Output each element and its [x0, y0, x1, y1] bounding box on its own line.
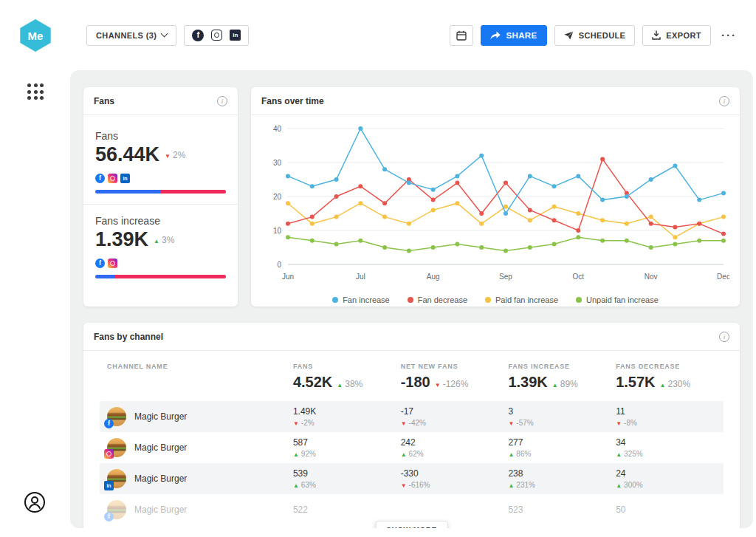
- metric-cell: 50: [616, 504, 724, 515]
- table-card-header: Fans by channel i: [83, 323, 740, 351]
- legend-item: Fan decrease: [408, 295, 467, 304]
- apps-menu-icon[interactable]: [27, 83, 44, 100]
- channels-dropdown[interactable]: CHANNELS (3): [86, 25, 176, 46]
- table-row[interactable]: in Magic Burger539▲63%-330▼-616%238▲231%…: [100, 463, 724, 494]
- svg-text:Oct: Oct: [573, 273, 585, 281]
- column-header: NET NEW FANS -180 ▼ -126%: [401, 363, 509, 391]
- facebook-icon: f: [95, 174, 105, 183]
- network-distribution-bar: [95, 190, 226, 194]
- chart-legend: Fan increaseFan decreasePaid fan increas…: [261, 293, 729, 312]
- bar-segment-blue: [95, 190, 161, 194]
- calendar-icon: [456, 30, 467, 41]
- network-badge: [104, 446, 114, 459]
- legend-dot: [408, 297, 413, 303]
- svg-text:Nov: Nov: [645, 273, 658, 281]
- bar-segment-pink: [161, 190, 227, 194]
- fans-card: Fans i Fans 56.44K ▼ 2% fin: [83, 87, 238, 307]
- svg-text:Dec: Dec: [717, 273, 729, 281]
- metric-cell: 539▲63%: [293, 468, 401, 489]
- legend-item: Paid fan increase: [485, 295, 558, 304]
- channel-icons-group[interactable]: f in: [184, 25, 249, 46]
- table-card-title: Fans by channel: [94, 332, 163, 342]
- trend-arrow-icon: ▲: [154, 238, 159, 244]
- export-button[interactable]: EXPORT: [642, 25, 711, 46]
- info-icon[interactable]: i: [217, 96, 227, 106]
- table-row[interactable]: f Magic Burger1.49K▼-2%-17▼-42%3▼-57%11▼…: [100, 401, 724, 432]
- linkedin-icon: in: [120, 174, 130, 183]
- info-icon[interactable]: i: [719, 332, 729, 342]
- channel-name: Magic Burger: [134, 442, 187, 453]
- column-header-channel-name: CHANNEL NAME: [100, 363, 293, 370]
- share-button[interactable]: SHARE: [481, 25, 546, 46]
- metric-cell: 34▲325%: [616, 437, 724, 458]
- app-logo-text: Me: [28, 30, 44, 42]
- facebook-icon: f: [104, 512, 114, 521]
- schedule-button[interactable]: SCHEDULE: [554, 25, 636, 46]
- facebook-icon: f: [95, 259, 105, 268]
- bar-segment-blue: [95, 275, 115, 278]
- metric-cell: 11▼-8%: [616, 406, 724, 427]
- metric-label: Fans: [95, 130, 226, 142]
- chart-card-header: Fans over time i: [251, 87, 740, 115]
- fans-card-header: Fans i: [83, 87, 238, 115]
- metric-value: 1.39K ▲ 3%: [95, 228, 226, 251]
- legend-dot: [576, 297, 582, 303]
- metric-delta: ▲ 3%: [154, 235, 174, 245]
- table-body: f Magic Burger1.49K▼-2%-17▼-42%3▼-57%11▼…: [100, 401, 724, 525]
- metric-value: 56.44K ▼ 2%: [95, 143, 226, 166]
- metric-cell: 3▼-57%: [508, 406, 616, 427]
- trend-arrow-icon: ▼: [165, 153, 171, 160]
- metric-cell: 238▲231%: [508, 468, 616, 489]
- share-button-label: SHARE: [506, 31, 537, 40]
- svg-text:Aug: Aug: [427, 273, 440, 281]
- more-button[interactable]: ···: [718, 25, 740, 46]
- metric-cell: 587▲92%: [293, 437, 401, 458]
- linkedin-icon: in: [104, 481, 114, 490]
- fans-increase-metric: Fans increase 1.39K ▲ 3% f: [95, 215, 226, 278]
- svg-text:0: 0: [277, 261, 281, 269]
- chart-card-title: Fans over time: [261, 96, 324, 106]
- metric-networks: fin: [95, 174, 226, 183]
- send-icon: [564, 31, 574, 40]
- info-icon[interactable]: i: [719, 96, 729, 106]
- legend-item: Fan increase: [332, 295, 390, 304]
- channel-avatar: f: [107, 407, 126, 426]
- column-header: FANS INCREASE 1.39K ▲ 89%: [508, 363, 616, 391]
- account-icon[interactable]: [24, 491, 46, 516]
- metric-cell: 24▲300%: [616, 468, 724, 489]
- metric-delta: ▼ 2%: [165, 150, 185, 160]
- metric-networks: f: [95, 259, 226, 268]
- chevron-down-icon: [161, 30, 168, 38]
- svg-text:Jun: Jun: [282, 273, 294, 281]
- channel-avatar: f: [107, 500, 126, 519]
- instagram-icon: [104, 449, 114, 459]
- export-button-label: EXPORT: [666, 31, 701, 40]
- topbar: CHANNELS (3) f in SHARE SCHEDULE E: [70, 0, 756, 70]
- network-badge: f: [104, 415, 114, 428]
- instagram-icon: [108, 174, 117, 183]
- bar-segment-pink: [115, 275, 226, 278]
- sidebar: Me: [0, 0, 70, 537]
- fans-over-time-card: Fans over time i 010203040JunJulAugSepOc…: [251, 87, 740, 307]
- metric-cell: 277▲86%: [508, 437, 616, 458]
- instagram-icon: [108, 259, 117, 268]
- svg-text:30: 30: [273, 159, 282, 167]
- instagram-icon[interactable]: [211, 30, 222, 41]
- legend-dot: [485, 297, 491, 303]
- column-total-delta: ▲ 89%: [552, 379, 578, 389]
- svg-text:40: 40: [273, 125, 282, 133]
- column-total-delta: ▲ 230%: [660, 379, 691, 389]
- metric-cell: -330▼-616%: [401, 468, 509, 489]
- facebook-icon[interactable]: f: [192, 30, 204, 41]
- calendar-button[interactable]: [450, 25, 473, 46]
- app-logo[interactable]: Me: [19, 19, 52, 52]
- table-row[interactable]: Magic Burger587▲92%242▲62%277▲86%34▲325%: [100, 432, 724, 463]
- metric-cell: 523: [508, 504, 616, 515]
- show-more-button[interactable]: SHOW MORE: [375, 521, 447, 528]
- divider: [83, 204, 238, 205]
- metric-cell: 522: [293, 504, 401, 515]
- fans-by-channel-card: Fans by channel i CHANNEL NAME FANS 4.52…: [83, 323, 740, 528]
- channels-dropdown-label: CHANNELS (3): [96, 31, 157, 40]
- metric-cell: 242▲62%: [401, 437, 509, 458]
- linkedin-icon[interactable]: in: [230, 30, 241, 41]
